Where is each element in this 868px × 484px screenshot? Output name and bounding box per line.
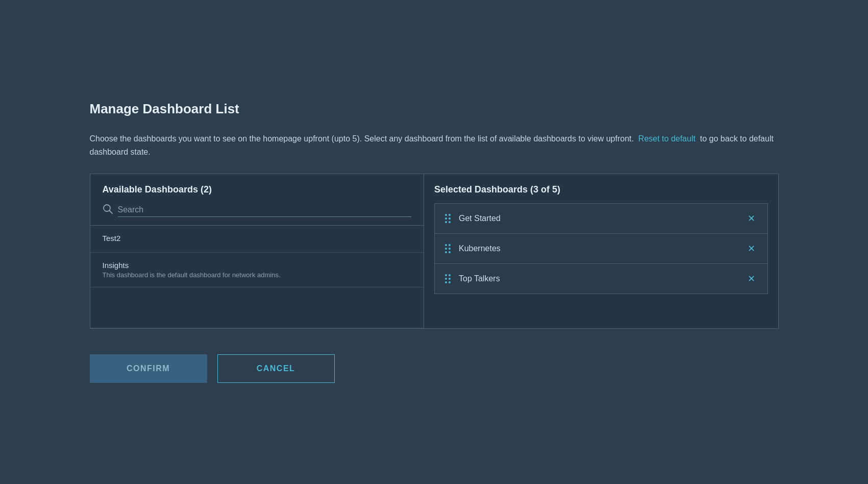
footer-buttons: CONFIRM CANCEL bbox=[90, 354, 779, 383]
remove-item-button[interactable]: ✕ bbox=[746, 242, 757, 255]
panels-container: Available Dashboards (2) Test2 Insights … bbox=[90, 174, 779, 329]
list-item: Kubernetes ✕ bbox=[435, 234, 767, 264]
selected-dashboards-panel: Selected Dashboards (3 of 5) Get Started… bbox=[424, 174, 778, 328]
drag-handle-icon[interactable] bbox=[445, 244, 451, 253]
item-name: Test2 bbox=[103, 234, 412, 243]
description-text-1: Choose the dashboards you want to see on… bbox=[90, 134, 634, 143]
svg-line-1 bbox=[109, 211, 112, 214]
reset-to-default-link[interactable]: Reset to default bbox=[638, 134, 696, 143]
available-list: Test2 Insights This dashboard is the def… bbox=[90, 226, 424, 328]
list-item: Get Started ✕ bbox=[435, 204, 767, 234]
available-dashboards-panel: Available Dashboards (2) Test2 Insights … bbox=[90, 174, 425, 328]
search-icon bbox=[103, 204, 113, 216]
cancel-button[interactable]: CANCEL bbox=[217, 354, 335, 383]
manage-dashboard-modal: Manage Dashboard List Choose the dashboa… bbox=[69, 81, 799, 403]
list-item[interactable]: Test2 bbox=[90, 226, 424, 253]
selected-list: Get Started ✕ Kubernetes ✕ bbox=[434, 203, 768, 294]
search-container bbox=[90, 203, 424, 226]
list-item[interactable]: Insights This dashboard is the default d… bbox=[90, 253, 424, 287]
drag-handle-icon[interactable] bbox=[445, 274, 451, 283]
confirm-button[interactable]: CONFIRM bbox=[90, 354, 207, 383]
selected-item-name: Get Started bbox=[459, 214, 737, 223]
item-description: This dashboard is the default dashboard … bbox=[103, 271, 412, 279]
modal-title: Manage Dashboard List bbox=[90, 101, 779, 117]
list-item-empty bbox=[90, 287, 424, 328]
drag-handle-icon[interactable] bbox=[445, 214, 451, 223]
item-name: Insights bbox=[103, 261, 412, 270]
list-item: Top Talkers ✕ bbox=[435, 264, 767, 294]
selected-item-name: Top Talkers bbox=[459, 274, 737, 283]
available-panel-header: Available Dashboards (2) bbox=[90, 174, 424, 203]
remove-item-button[interactable]: ✕ bbox=[746, 212, 757, 225]
selected-item-name: Kubernetes bbox=[459, 244, 737, 253]
remove-item-button[interactable]: ✕ bbox=[746, 272, 757, 285]
selected-panel-header: Selected Dashboards (3 of 5) bbox=[434, 184, 768, 203]
search-input[interactable] bbox=[118, 203, 412, 217]
modal-description: Choose the dashboards you want to see on… bbox=[90, 132, 779, 158]
